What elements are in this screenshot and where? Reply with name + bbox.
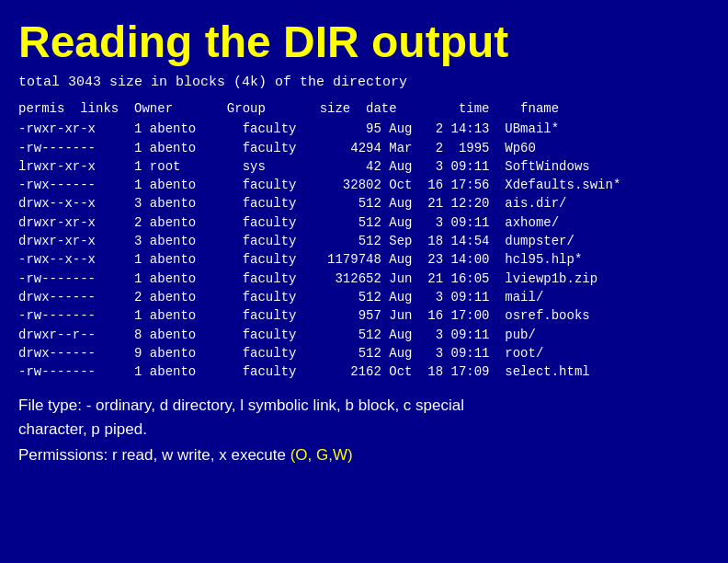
permissions-text: Permissions: r read, w write, x execute: [18, 446, 286, 464]
footer: File type: - ordinary, d directory, l sy…: [0, 381, 728, 446]
page-title: Reading the DIR output: [0, 0, 728, 75]
subtitle: total 3043 size in blocks (4k) of the di…: [0, 75, 728, 96]
table-row: -rwx--x--x 1 abento faculty 1179748 Aug …: [18, 250, 710, 269]
table-row: -rw------- 1 abento faculty 2162 Oct 18 …: [18, 362, 710, 381]
dir-rows-container: -rwxr-xr-x 1 abento faculty 95 Aug 2 14:…: [0, 120, 728, 381]
table-row: -rw------- 1 abento faculty 4294 Mar 2 1…: [18, 139, 710, 157]
table-row: -rwxr-xr-x 1 abento faculty 95 Aug 2 14:…: [18, 120, 710, 138]
footer-line1: File type: - ordinary, d directory, l sy…: [18, 394, 710, 418]
table-row: drwxr-xr-x 3 abento faculty 512 Sep 18 1…: [18, 232, 710, 250]
table-header: permis links Owner Group size date time …: [18, 99, 710, 118]
table-row: -rwx------ 1 abento faculty 32802 Oct 16…: [18, 176, 710, 194]
permissions-highlight: (O, G,W): [286, 446, 353, 464]
table-row: -rw------- 1 abento faculty 312652 Jun 2…: [18, 270, 710, 288]
table-row: drwxr--r-- 8 abento faculty 512 Aug 3 09…: [18, 326, 710, 344]
table-row: drwxr-xr-x 2 abento faculty 512 Aug 3 09…: [18, 213, 710, 232]
table-row: drwx------ 2 abento faculty 512 Aug 3 09…: [18, 288, 710, 306]
dir-table: permis links Owner Group size date time …: [0, 96, 728, 118]
table-row: drwx--x--x 3 abento faculty 512 Aug 21 1…: [18, 194, 710, 213]
table-row: drwx------ 9 abento faculty 512 Aug 3 09…: [18, 344, 710, 362]
table-row: lrwxr-xr-x 1 root sys 42 Aug 3 09:11 Sof…: [18, 157, 710, 176]
table-row: -rw------- 1 abento faculty 957 Jun 16 1…: [18, 306, 710, 325]
footer-line2: character, p piped.: [18, 418, 710, 442]
permissions-row: Permissions: r read, w write, x execute …: [0, 446, 728, 465]
